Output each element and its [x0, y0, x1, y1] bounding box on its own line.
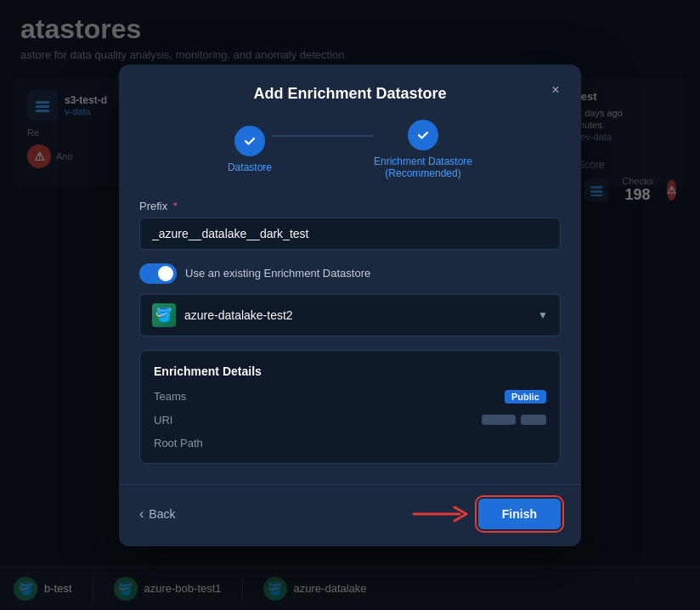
- uri-blurred-value: [482, 415, 546, 425]
- toggle-row: Use an existing Enrichment Datastore: [139, 263, 561, 284]
- dropdown-value: azure-datalake-test2: [184, 308, 293, 322]
- toggle-knob: [158, 266, 173, 281]
- step-2-label: Enrichment Datastore(Recommended): [374, 155, 472, 179]
- existing-datastore-toggle[interactable]: [139, 263, 177, 284]
- required-indicator: *: [173, 200, 178, 212]
- step-datastore: Datastore: [228, 126, 272, 173]
- datastore-icon: 🪣: [152, 303, 176, 327]
- step-2-circle: [408, 120, 438, 150]
- details-teams-key: Teams: [154, 390, 186, 403]
- badge-public: Public: [505, 390, 546, 404]
- modal-overlay: Add Enrichment Datastore × Datastore: [0, 0, 700, 610]
- step-connector: [272, 135, 374, 137]
- details-title: Enrichment Details: [154, 364, 546, 378]
- enrichment-details-card: Enrichment Details Teams Public URI R: [139, 350, 561, 464]
- modal-header: Add Enrichment Datastore × Datastore: [119, 65, 581, 179]
- back-label: Back: [149, 507, 175, 521]
- toggle-label: Use an existing Enrichment Datastore: [185, 267, 370, 280]
- dropdown-left: 🪣 azure-datalake-test2: [152, 303, 293, 327]
- step-enrichment: Enrichment Datastore(Recommended): [374, 120, 472, 179]
- modal-body: Prefix * Use an existing Enrichment Data…: [119, 200, 581, 484]
- datastore-dropdown[interactable]: 🪣 azure-datalake-test2 ▼: [139, 294, 561, 336]
- add-enrichment-modal: Add Enrichment Datastore × Datastore: [119, 65, 581, 546]
- step-1-circle: [234, 126, 265, 156]
- close-button[interactable]: ×: [544, 78, 567, 102]
- back-chevron-icon: ‹: [139, 506, 144, 522]
- dropdown-arrow-icon: ▼: [538, 309, 548, 321]
- prefix-input[interactable]: [139, 217, 561, 250]
- steps-row: Datastore Enrichment Datastore(Recommend…: [139, 120, 561, 179]
- arrow-icon: [410, 500, 478, 528]
- details-row-uri: URI: [154, 414, 546, 426]
- details-row-teams: Teams Public: [154, 390, 546, 404]
- finish-arrow-group: Finish: [410, 499, 561, 529]
- details-rootpath-key: Root Path: [154, 437, 203, 449]
- prefix-label: Prefix *: [139, 200, 561, 212]
- modal-title: Add Enrichment Datastore: [139, 85, 561, 103]
- details-uri-key: URI: [154, 414, 172, 426]
- step-1-label: Datastore: [228, 161, 272, 173]
- blur-block-2: [521, 415, 546, 425]
- back-button[interactable]: ‹ Back: [139, 506, 175, 522]
- details-row-rootpath: Root Path: [154, 437, 546, 449]
- modal-footer: ‹ Back Finish: [119, 484, 581, 546]
- blur-block-1: [482, 415, 516, 425]
- finish-button[interactable]: Finish: [478, 499, 561, 529]
